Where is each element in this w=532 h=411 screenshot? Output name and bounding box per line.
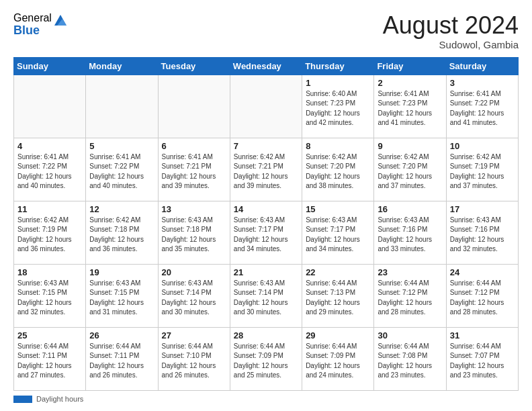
page: General Blue August 2024 Sudowol, Gambia… — [0, 0, 532, 411]
day-number: 17 — [450, 204, 515, 214]
table-row: 15Sunrise: 6:43 AM Sunset: 7:17 PM Dayli… — [302, 201, 374, 264]
day-number: 2 — [378, 78, 442, 88]
table-row: 25Sunrise: 6:44 AM Sunset: 7:11 PM Dayli… — [14, 327, 86, 390]
day-info: Sunrise: 6:44 AM Sunset: 7:10 PM Dayligh… — [162, 342, 226, 381]
day-info: Sunrise: 6:40 AM Sunset: 7:23 PM Dayligh… — [306, 89, 370, 128]
table-row: 6Sunrise: 6:41 AM Sunset: 7:21 PM Daylig… — [158, 138, 230, 201]
footer: Daylight hours — [13, 395, 519, 403]
day-info: Sunrise: 6:42 AM Sunset: 7:18 PM Dayligh… — [89, 216, 154, 255]
day-info: Sunrise: 6:44 AM Sunset: 7:12 PM Dayligh… — [378, 279, 442, 318]
day-number: 29 — [306, 330, 370, 340]
calendar-week-row: 1Sunrise: 6:40 AM Sunset: 7:23 PM Daylig… — [14, 75, 519, 138]
table-row — [158, 75, 230, 138]
day-info: Sunrise: 6:42 AM Sunset: 7:21 PM Dayligh… — [234, 152, 298, 191]
table-row: 29Sunrise: 6:44 AM Sunset: 7:09 PM Dayli… — [302, 327, 374, 390]
day-number: 7 — [234, 141, 298, 151]
day-info: Sunrise: 6:44 AM Sunset: 7:13 PM Dayligh… — [306, 279, 370, 318]
day-number: 3 — [450, 78, 515, 88]
day-info: Sunrise: 6:41 AM Sunset: 7:22 PM Dayligh… — [17, 152, 82, 191]
main-title: August 2024 — [383, 12, 519, 39]
table-row: 8Sunrise: 6:42 AM Sunset: 7:20 PM Daylig… — [302, 138, 374, 201]
table-row: 18Sunrise: 6:43 AM Sunset: 7:15 PM Dayli… — [14, 264, 86, 327]
day-info: Sunrise: 6:43 AM Sunset: 7:14 PM Dayligh… — [234, 279, 298, 318]
day-number: 16 — [378, 204, 442, 214]
table-row: 27Sunrise: 6:44 AM Sunset: 7:10 PM Dayli… — [158, 327, 230, 390]
table-row: 9Sunrise: 6:42 AM Sunset: 7:20 PM Daylig… — [374, 138, 446, 201]
table-row: 26Sunrise: 6:44 AM Sunset: 7:11 PM Dayli… — [86, 327, 158, 390]
day-number: 11 — [17, 204, 82, 214]
calendar-day-header: Sunday — [14, 57, 86, 75]
day-info: Sunrise: 6:41 AM Sunset: 7:22 PM Dayligh… — [450, 89, 515, 128]
day-info: Sunrise: 6:43 AM Sunset: 7:15 PM Dayligh… — [89, 279, 154, 318]
calendar: SundayMondayTuesdayWednesdayThursdayFrid… — [13, 57, 519, 391]
calendar-week-row: 4Sunrise: 6:41 AM Sunset: 7:22 PM Daylig… — [14, 138, 519, 201]
calendar-day-header: Saturday — [446, 57, 518, 75]
day-info: Sunrise: 6:44 AM Sunset: 7:07 PM Dayligh… — [450, 342, 515, 381]
day-info: Sunrise: 6:43 AM Sunset: 7:16 PM Dayligh… — [450, 216, 515, 255]
table-row: 12Sunrise: 6:42 AM Sunset: 7:18 PM Dayli… — [86, 201, 158, 264]
table-row: 20Sunrise: 6:43 AM Sunset: 7:14 PM Dayli… — [158, 264, 230, 327]
logo-general: General — [13, 12, 52, 24]
table-row: 24Sunrise: 6:44 AM Sunset: 7:12 PM Dayli… — [446, 264, 518, 327]
day-info: Sunrise: 6:42 AM Sunset: 7:19 PM Dayligh… — [450, 152, 515, 191]
day-info: Sunrise: 6:44 AM Sunset: 7:12 PM Dayligh… — [450, 279, 515, 318]
table-row: 3Sunrise: 6:41 AM Sunset: 7:22 PM Daylig… — [446, 75, 518, 138]
table-row: 17Sunrise: 6:43 AM Sunset: 7:16 PM Dayli… — [446, 201, 518, 264]
table-row: 10Sunrise: 6:42 AM Sunset: 7:19 PM Dayli… — [446, 138, 518, 201]
day-info: Sunrise: 6:41 AM Sunset: 7:21 PM Dayligh… — [162, 152, 226, 191]
day-number: 23 — [378, 267, 442, 277]
table-row: 31Sunrise: 6:44 AM Sunset: 7:07 PM Dayli… — [446, 327, 518, 390]
day-info: Sunrise: 6:43 AM Sunset: 7:14 PM Dayligh… — [162, 279, 226, 318]
day-info: Sunrise: 6:43 AM Sunset: 7:16 PM Dayligh… — [378, 216, 442, 255]
day-number: 8 — [306, 141, 370, 151]
day-info: Sunrise: 6:43 AM Sunset: 7:15 PM Dayligh… — [17, 279, 82, 318]
calendar-day-header: Wednesday — [230, 57, 302, 75]
day-number: 12 — [89, 204, 154, 214]
day-info: Sunrise: 6:43 AM Sunset: 7:17 PM Dayligh… — [306, 216, 370, 255]
logo-blue: Blue — [13, 24, 52, 38]
day-number: 21 — [234, 267, 298, 277]
table-row: 13Sunrise: 6:43 AM Sunset: 7:18 PM Dayli… — [158, 201, 230, 264]
table-row: 11Sunrise: 6:42 AM Sunset: 7:19 PM Dayli… — [14, 201, 86, 264]
day-number: 26 — [89, 330, 154, 340]
footer-bar-icon — [13, 396, 32, 403]
table-row: 16Sunrise: 6:43 AM Sunset: 7:16 PM Dayli… — [374, 201, 446, 264]
day-number: 28 — [234, 330, 298, 340]
day-number: 10 — [450, 141, 515, 151]
day-info: Sunrise: 6:42 AM Sunset: 7:19 PM Dayligh… — [17, 216, 82, 255]
table-row: 22Sunrise: 6:44 AM Sunset: 7:13 PM Dayli… — [302, 264, 374, 327]
logo: General Blue — [13, 12, 68, 37]
day-info: Sunrise: 6:41 AM Sunset: 7:23 PM Dayligh… — [378, 89, 442, 128]
calendar-day-header: Thursday — [302, 57, 374, 75]
title-block: August 2024 Sudowol, Gambia — [383, 12, 519, 50]
day-info: Sunrise: 6:44 AM Sunset: 7:11 PM Dayligh… — [89, 342, 154, 381]
day-number: 27 — [162, 330, 226, 340]
day-number: 1 — [306, 78, 370, 88]
day-number: 25 — [17, 330, 82, 340]
calendar-day-header: Friday — [374, 57, 446, 75]
table-row: 19Sunrise: 6:43 AM Sunset: 7:15 PM Dayli… — [86, 264, 158, 327]
day-number: 24 — [450, 267, 515, 277]
calendar-week-row: 18Sunrise: 6:43 AM Sunset: 7:15 PM Dayli… — [14, 264, 519, 327]
table-row: 28Sunrise: 6:44 AM Sunset: 7:09 PM Dayli… — [230, 327, 302, 390]
header: General Blue August 2024 Sudowol, Gambia — [13, 12, 519, 50]
logo-text: General Blue — [13, 12, 52, 37]
day-number: 14 — [234, 204, 298, 214]
day-info: Sunrise: 6:43 AM Sunset: 7:17 PM Dayligh… — [234, 216, 298, 255]
day-info: Sunrise: 6:44 AM Sunset: 7:09 PM Dayligh… — [306, 342, 370, 381]
day-info: Sunrise: 6:44 AM Sunset: 7:11 PM Dayligh… — [17, 342, 82, 381]
footer-label: Daylight hours — [36, 395, 83, 403]
logo-icon — [53, 13, 68, 28]
calendar-day-header: Monday — [86, 57, 158, 75]
day-number: 13 — [162, 204, 226, 214]
day-number: 5 — [89, 141, 154, 151]
table-row: 5Sunrise: 6:41 AM Sunset: 7:22 PM Daylig… — [86, 138, 158, 201]
table-row: 30Sunrise: 6:44 AM Sunset: 7:08 PM Dayli… — [374, 327, 446, 390]
day-number: 15 — [306, 204, 370, 214]
table-row: 21Sunrise: 6:43 AM Sunset: 7:14 PM Dayli… — [230, 264, 302, 327]
day-number: 20 — [162, 267, 226, 277]
day-number: 9 — [378, 141, 442, 151]
calendar-day-header: Tuesday — [158, 57, 230, 75]
table-row: 14Sunrise: 6:43 AM Sunset: 7:17 PM Dayli… — [230, 201, 302, 264]
day-number: 4 — [17, 141, 82, 151]
